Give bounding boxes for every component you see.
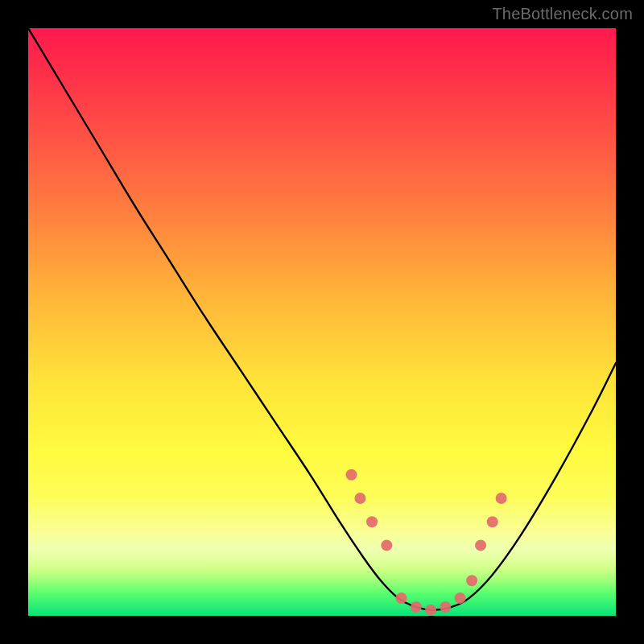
watermark-text: TheBottleneck.com — [492, 5, 633, 23]
marker-dot — [411, 601, 422, 613]
marker-dot — [475, 539, 486, 551]
marker-dot — [396, 592, 407, 604]
marker-dot — [366, 516, 378, 527]
marker-dot — [381, 539, 392, 551]
marker-dot — [455, 592, 466, 604]
marker-dot — [487, 516, 498, 527]
marker-dot — [440, 601, 451, 613]
marker-dot — [425, 605, 436, 616]
plot-area — [28, 28, 616, 616]
marker-dot — [466, 575, 477, 586]
chart-stage: TheBottleneck.com — [0, 0, 644, 644]
curve-layer — [28, 28, 616, 616]
marker-dot — [496, 493, 507, 504]
marker-dot — [354, 493, 365, 504]
marker-dots — [346, 469, 507, 616]
bottleneck-curve — [28, 28, 616, 610]
marker-dot — [346, 469, 357, 481]
